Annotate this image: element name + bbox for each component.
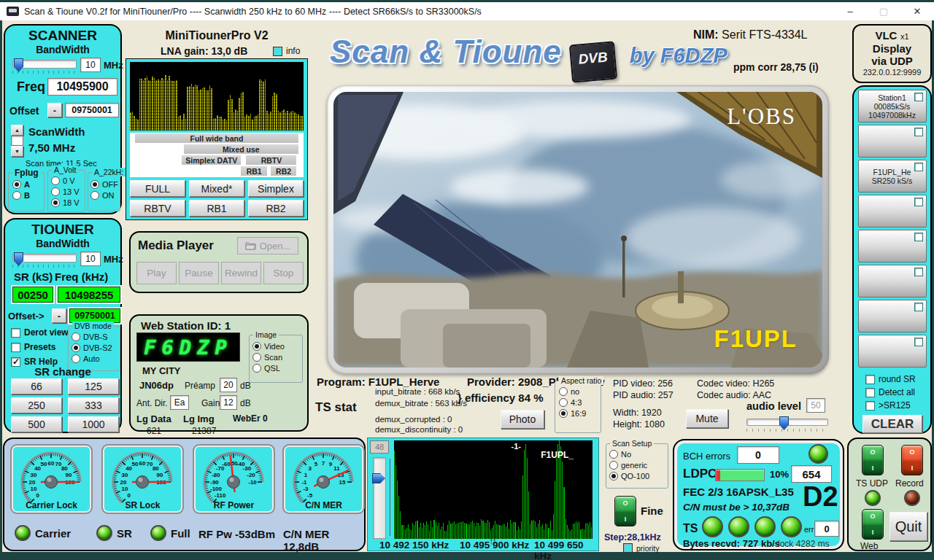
dvb-mode-radios-option[interactable]: Auto	[72, 353, 120, 364]
station-checkbox[interactable]	[914, 163, 923, 171]
radio-icon[interactable]	[51, 187, 60, 196]
station-checkbox[interactable]	[914, 303, 923, 311]
radio-icon[interactable]	[609, 461, 618, 470]
fplug-radios-option[interactable]: B	[12, 190, 44, 201]
photo-button[interactable]: Photo	[501, 410, 544, 429]
scanner-offset-value[interactable]: 09750001	[65, 103, 119, 117]
checkbox-icon[interactable]	[11, 328, 20, 338]
radio-icon[interactable]	[559, 387, 568, 396]
image-radios-option[interactable]: QSL	[252, 362, 302, 373]
fplug-radios-option[interactable]: A	[12, 179, 44, 190]
station-checkbox[interactable]	[914, 233, 923, 241]
round-sr-checkbox[interactable]: round SR	[865, 374, 916, 384]
gain-value[interactable]: 12	[220, 395, 237, 410]
scan-gain-slider[interactable]	[373, 457, 386, 539]
station-button-7[interactable]	[858, 300, 927, 332]
station-checkbox[interactable]	[914, 93, 923, 101]
a-volt-radios-option[interactable]: 18 V	[51, 197, 85, 208]
scan-setup-radios-option[interactable]: No	[609, 448, 668, 459]
radio-icon[interactable]	[559, 398, 568, 407]
radio-icon[interactable]	[559, 409, 568, 418]
detect-all-checkbox[interactable]: Detect all	[865, 387, 915, 397]
record-switch[interactable]: O I	[901, 445, 923, 475]
radio-icon[interactable]	[90, 180, 99, 189]
minimize-button[interactable]: –	[833, 2, 867, 20]
station-checkbox[interactable]	[914, 268, 923, 276]
band-select-rb2[interactable]: RB2	[248, 200, 304, 217]
a-22k-radios-option[interactable]: ON	[90, 190, 120, 201]
sr-change-333[interactable]: 333	[68, 397, 119, 413]
radio-icon[interactable]	[12, 180, 21, 189]
info-checkbox[interactable]	[273, 47, 282, 56]
dvb-mode-radios-option[interactable]: DVB-S2	[72, 342, 120, 353]
station-button-3[interactable]: F1UPL_HeSR250 kS/s	[858, 160, 927, 192]
fine-switch[interactable]: O I	[614, 496, 636, 526]
sr-change-125[interactable]: 125	[68, 378, 119, 394]
radio-icon[interactable]	[72, 332, 80, 341]
quit-button[interactable]: Quit	[889, 512, 927, 541]
station-button-8[interactable]	[858, 335, 927, 368]
aspect-ratio-radios-option[interactable]: 16:9	[559, 408, 601, 419]
scanner-freq-value[interactable]: 10495900	[47, 78, 117, 96]
mute-button[interactable]: Mute	[686, 409, 728, 428]
band-select-mixed-[interactable]: Mixed*	[189, 180, 244, 197]
web-switch[interactable]: O I	[862, 509, 884, 540]
station-button-1[interactable]: Station100085kS/s10497008kHz	[858, 90, 927, 122]
a-volt-radios-option[interactable]: 13 V	[51, 186, 85, 197]
station-checkbox[interactable]	[914, 128, 923, 136]
clear-button[interactable]: CLEAR	[862, 415, 922, 433]
radio-icon[interactable]	[90, 191, 99, 200]
derot-view-checkbox[interactable]: Derot view	[11, 327, 69, 338]
checkbox-icon[interactable]	[865, 388, 875, 397]
sr-change-500[interactable]: 500	[11, 416, 62, 432]
sr-change-66[interactable]: 66	[11, 378, 62, 394]
sr125-checkbox[interactable]: >SR125	[865, 400, 911, 411]
dvb-mode-radios-option[interactable]: DVB-S	[72, 331, 120, 342]
radio-icon[interactable]	[609, 472, 618, 481]
scanwidth-up-button[interactable]: ▲	[11, 125, 23, 136]
station-button-6[interactable]	[858, 265, 927, 298]
aspect-ratio-radios-option[interactable]: no	[559, 386, 601, 397]
ts-udp-switch[interactable]: O I	[862, 445, 884, 475]
wideband-spectrum-display[interactable]	[130, 62, 304, 131]
image-radios-option[interactable]: Video	[252, 341, 302, 351]
scanner-bandwidth-value[interactable]: 10	[80, 58, 101, 72]
band-select-rbtv[interactable]: RBTV	[130, 200, 185, 217]
band-select-full[interactable]: FULL	[130, 180, 185, 197]
sr-change-250[interactable]: 250	[11, 397, 62, 413]
sr-change-1000[interactable]: 1000	[68, 416, 119, 432]
tiouner-bandwidth-value[interactable]: 10	[80, 252, 101, 266]
station-button-4[interactable]	[858, 195, 927, 228]
station-button-5[interactable]	[858, 230, 927, 262]
station-checkbox[interactable]	[914, 338, 923, 346]
radio-icon[interactable]	[51, 176, 60, 185]
station-button-2[interactable]	[858, 125, 927, 158]
station-checkbox[interactable]	[914, 198, 923, 206]
a-22k-radios-option[interactable]: OFF	[90, 179, 120, 190]
radio-icon[interactable]	[252, 364, 261, 373]
band-select-rb1[interactable]: RB1	[189, 200, 244, 217]
presets-checkbox[interactable]: Presets	[11, 342, 55, 352]
checkbox-icon[interactable]	[623, 543, 633, 553]
close-button[interactable]: ✕	[900, 2, 934, 20]
radio-icon[interactable]	[51, 198, 60, 207]
radio-icon[interactable]	[72, 354, 80, 363]
image-radios-option[interactable]: Scan	[252, 351, 302, 362]
radio-icon[interactable]	[12, 191, 21, 200]
checkbox-icon[interactable]	[865, 401, 875, 411]
scan-setup-radios-option[interactable]: QO-100	[609, 470, 668, 481]
ant-dir-value[interactable]: Ea	[170, 395, 189, 410]
scan-setup-radios-option[interactable]: generic	[609, 459, 668, 470]
scan-spectrum-display[interactable]: -1- F1UPL_	[394, 440, 593, 539]
scanner-offset-minus-button[interactable]: -	[47, 103, 62, 117]
radio-icon[interactable]	[252, 342, 261, 351]
radio-icon[interactable]	[252, 353, 261, 362]
priority-checkbox[interactable]: priority	[623, 543, 660, 553]
scanwidth-down-button[interactable]: ▼	[11, 146, 23, 157]
radio-icon[interactable]	[609, 450, 618, 459]
radio-icon[interactable]	[72, 343, 80, 352]
preamp-value[interactable]: 20	[220, 378, 237, 392]
a-volt-radios-option[interactable]: 0 V	[51, 175, 85, 186]
checkbox-icon[interactable]	[11, 343, 20, 352]
aspect-ratio-radios-option[interactable]: 4:3	[559, 397, 601, 408]
